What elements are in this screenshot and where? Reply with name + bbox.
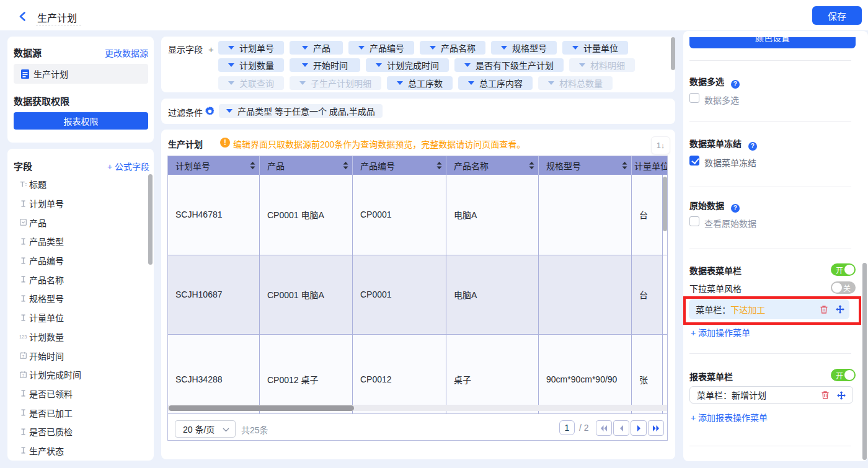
svg-text:123: 123 xyxy=(19,334,27,340)
svg-text:7: 7 xyxy=(22,355,25,358)
svg-text:7: 7 xyxy=(22,374,25,377)
